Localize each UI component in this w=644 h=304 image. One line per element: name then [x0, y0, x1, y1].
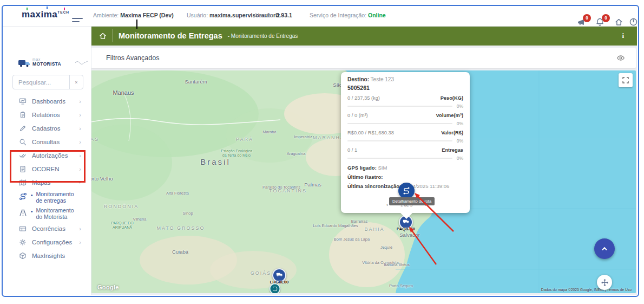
infowindow-tail [400, 212, 413, 219]
chevron-icon: › [79, 239, 81, 245]
panel-metric: 0 / 237,35 (kg) Peso(KG) 0% [347, 95, 463, 109]
environment-info: Ambiente: Maxima FECP (Dev) [93, 12, 174, 18]
page-breadcrumb: - Monitoramento de Entregas [228, 33, 298, 39]
sidebar-search: × [12, 75, 83, 89]
sidebar-item-dashboards[interactable]: Dashboards › [3, 94, 91, 108]
info-button[interactable]: i [622, 31, 624, 40]
panel-destination: Destino: Teste 123 [347, 76, 463, 82]
chevron-icon: › [77, 182, 83, 184]
metric-percent: 0% [457, 156, 463, 161]
sidebar-item-label: OCOREN [32, 166, 79, 172]
ocorrencias-icon [19, 225, 27, 232]
page-header: Monitoramento de Entregas - Monitorament… [91, 26, 637, 46]
metric-percent: 0% [457, 104, 463, 109]
filters-title: Filtros Avançados [106, 54, 159, 62]
sidebar-item-label: Relatórios [32, 112, 79, 118]
panel-metric: 0 / 1 Entregas 0% [347, 147, 463, 161]
consultas-icon [19, 138, 27, 146]
metric-progress-bar [347, 158, 452, 159]
truck-icon [276, 270, 283, 280]
logo-tick-green [27, 8, 28, 10]
top-bar: maximaTECH Ambiente: Maxima FECP (Dev) U… [3, 6, 637, 27]
configuracoes-icon [19, 238, 27, 246]
panel-metric: 0 / 0 (m³) Volume(m³) 0% [347, 113, 463, 126]
sidebar-item-cadastros[interactable]: Cadastros › [3, 121, 91, 135]
chevron-icon: › [79, 139, 81, 145]
metric-value: 0 / 1 [347, 147, 357, 153]
search-input[interactable] [13, 79, 69, 86]
sidebar-item-ocorrencias[interactable]: Ocorrências › [3, 222, 91, 235]
map-attribution: Dados do mapa ©2025 Google, INEGI | Term… [541, 288, 632, 292]
sidebar-item-label: Mapas [32, 179, 79, 186]
panel-gps-status: GPS ligado: SIM [347, 165, 463, 171]
sidebar: maxMOTORISTA × Dashboards › Relatórios ›… [3, 26, 91, 295]
sidebar-subitem-monitoramento-de-entregas[interactable]: • Monitoramento de entregas [3, 189, 91, 205]
vehicle-plate-label: PAQ8J70 [397, 227, 416, 231]
sidebar-item-label: MaxInsights [32, 253, 81, 259]
metric-label: Volume(m³) [436, 113, 463, 118]
sidebar-toggle-hamburger-icon[interactable] [72, 18, 83, 24]
sidebar-item-mapas[interactable]: Mapas › [3, 176, 91, 189]
advanced-filters-bar[interactable]: Filtros Avançados [91, 48, 636, 68]
max-motorista-logo: maxMOTORISTA [18, 57, 88, 70]
route-detail-button[interactable] [398, 183, 415, 199]
panel-metric: R$0.00 / R$1,680.38 Valor(R$) 0% [347, 130, 463, 144]
sidebar-subitem-label: Monitoramento do Motorista [36, 207, 81, 220]
panel-metrics: 0 / 237,35 (kg) Peso(KG) 0%0 / 0 (m³) Vo… [347, 95, 463, 161]
sidebar-subitem-monitoramento-do-motorista[interactable]: • Monitoramento do Motorista [3, 205, 91, 222]
sidebar-item-autorizacoes[interactable]: Autorizações › [3, 148, 91, 162]
logo-tick-pink [64, 8, 65, 10]
cadastros-icon [19, 125, 27, 132]
metric-label: Valor(R$) [441, 130, 463, 135]
integration-service-status: Serviço de Integração: Online [310, 12, 386, 18]
google-logo: Google [97, 284, 119, 290]
dashboards-icon [19, 98, 27, 105]
version-info: Versão: 3.93.1 [255, 12, 292, 18]
relatorios-icon [19, 111, 27, 119]
autorizacoes-icon [19, 152, 27, 159]
search-clear-button[interactable]: × [69, 75, 83, 89]
sidebar-item-ocoren[interactable]: OCOREN › [3, 162, 91, 176]
sidebar-item-consultas[interactable]: Consultas › [3, 135, 91, 148]
metric-value: R$0.00 / R$1,680.38 [347, 130, 394, 135]
panel-route-code: 5005261 [347, 85, 463, 91]
logout-icon[interactable] [629, 17, 638, 27]
maxinsights-icon [19, 252, 27, 260]
sidebar-subitem-label: Monitoramento de entregas [36, 191, 81, 204]
metric-value: 0 / 0 (m³) [347, 113, 368, 118]
metric-label: Entregas [442, 147, 463, 153]
chevron-icon: › [79, 152, 81, 159]
eye-toggle-icon[interactable] [616, 54, 625, 62]
sidebar-item-label: Cadastros [32, 125, 79, 132]
route-detail-tooltip: Detalhamento de rota [389, 197, 435, 205]
bullet: • [31, 191, 33, 200]
chevron-icon: › [79, 98, 81, 105]
rota-icon [19, 192, 27, 200]
map-fullscreen-button[interactable] [619, 73, 633, 87]
signature-squiggle [75, 60, 89, 65]
chevron-icon: › [79, 166, 81, 172]
truck-marker[interactable]: LHG0L00 [272, 268, 286, 282]
truck-logo-icon [18, 59, 31, 68]
map-pan-button[interactable] [597, 275, 612, 290]
sidebar-item-label: Configurações [32, 239, 79, 245]
sidebar-item-label: Ocorrências [32, 225, 79, 232]
sidebar-nav: Dashboards › Relatórios › Cadastros › Co… [3, 94, 91, 262]
cluster-marker[interactable] [270, 283, 281, 294]
estrada-icon [19, 209, 27, 217]
sidebar-item-relatorios[interactable]: Relatórios › [3, 108, 91, 121]
announcements-badge: 0 [583, 14, 591, 22]
page-title: Monitoramento de Entregas [119, 31, 222, 40]
logo-tick-blue [47, 7, 48, 9]
sidebar-item-configuracoes[interactable]: Configurações › [3, 235, 91, 249]
maxima-tech-logo: maximaTECH [22, 9, 69, 20]
chevron-icon: › [79, 125, 81, 132]
text-cursor-artifact [136, 20, 137, 29]
home-icon[interactable] [614, 17, 623, 27]
chevron-icon: › [79, 225, 81, 232]
header-home-icon[interactable] [98, 31, 107, 40]
metric-value: 0 / 237,35 (kg) [347, 95, 380, 101]
scroll-to-top-button[interactable] [594, 238, 615, 259]
sidebar-item-maxinsights[interactable]: MaxInsights [3, 249, 91, 262]
pager-prev-button[interactable]: ‹ [386, 202, 388, 208]
